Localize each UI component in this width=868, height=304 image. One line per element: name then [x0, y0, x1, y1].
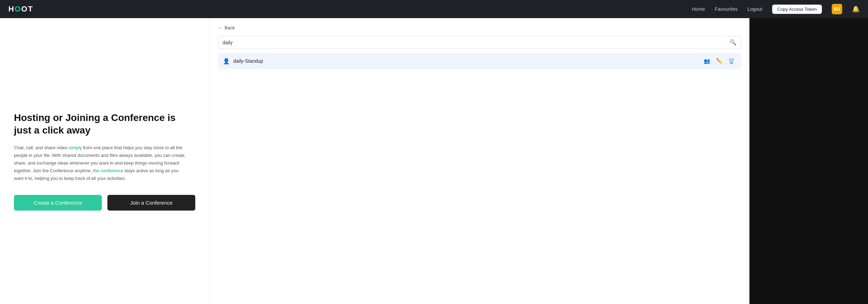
main-layout: Hosting or Joining a Conference is just …: [0, 18, 868, 304]
action-buttons: Create a Conference Join a Conference: [14, 195, 195, 211]
add-user-button[interactable]: 👥: [702, 57, 712, 65]
conference-name: daily-Standup: [233, 58, 699, 64]
search-input[interactable]: [222, 40, 730, 45]
desc-highlight2: the conference: [93, 168, 123, 173]
logo: HOOT: [8, 5, 33, 14]
create-conference-button[interactable]: Create a Conference: [14, 195, 102, 211]
search-icon: 🔍: [730, 39, 737, 45]
edit-icon: ✏️: [716, 58, 723, 64]
nav-logout[interactable]: Logout: [747, 6, 762, 12]
desc-highlight1: simply: [69, 145, 82, 150]
bell-icon[interactable]: 🔔: [852, 5, 860, 13]
copy-access-token-button[interactable]: Copy Access Token: [772, 5, 822, 14]
search-icon-button[interactable]: 🔍: [730, 39, 737, 46]
conference-result-item: 👤 daily-Standup 👥 ✏️ 🗑️: [218, 53, 741, 69]
search-bar: 🔍: [218, 36, 741, 49]
user-avatar[interactable]: BU: [832, 4, 842, 14]
dark-right-panel: [749, 18, 868, 304]
left-panel: Hosting or Joining a Conference is just …: [0, 18, 209, 304]
nav-links: Home Favourites Logout Copy Access Token…: [692, 4, 860, 14]
hero-title: Hosting or Joining a Conference is just …: [14, 112, 195, 137]
desc-part1: Chat, call, and share video: [14, 145, 69, 150]
nav-favourites[interactable]: Favourites: [715, 6, 738, 12]
hero-description: Chat, call, and share video simply from …: [14, 144, 188, 182]
delete-icon: 🗑️: [728, 58, 735, 64]
back-arrow-icon: ←: [218, 25, 222, 30]
back-link[interactable]: ← Back: [218, 25, 741, 30]
join-conference-button[interactable]: Join a Conference: [107, 195, 195, 211]
logo-text: H: [8, 5, 15, 13]
logo-t: OT: [21, 5, 33, 13]
add-user-icon: 👥: [704, 58, 710, 64]
back-label: Back: [225, 25, 235, 30]
navbar: HOOT Home Favourites Logout Copy Access …: [0, 0, 868, 18]
search-panel: ← Back 🔍 👤 daily-Standup 👥 ✏️ 🗑️: [209, 18, 749, 304]
nav-home[interactable]: Home: [692, 6, 705, 12]
conference-actions: 👥 ✏️ 🗑️: [702, 57, 736, 65]
delete-button[interactable]: 🗑️: [727, 57, 736, 65]
edit-button[interactable]: ✏️: [715, 57, 724, 65]
conference-user-icon: 👤: [223, 58, 230, 64]
logo-o: O: [15, 5, 21, 13]
